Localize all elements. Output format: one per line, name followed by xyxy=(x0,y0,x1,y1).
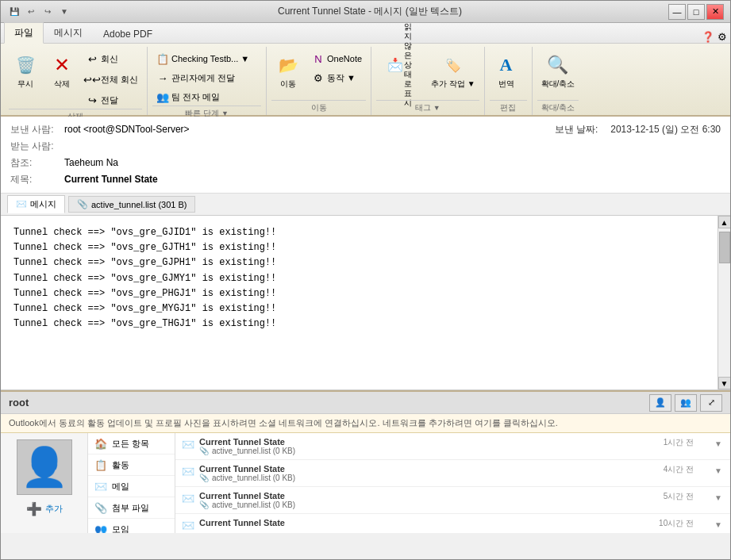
contact-list-btn[interactable]: 👥 xyxy=(675,394,697,412)
actions-icon: ⚙ xyxy=(312,71,325,84)
contact-card-btn[interactable]: 👤 xyxy=(649,394,671,412)
title-bar-left: 💾 ↩ ↪ ▼ xyxy=(7,5,71,19)
undo-qa-btn[interactable]: ↩ xyxy=(24,5,38,19)
reply-all-button[interactable]: ↩↩ 전체 회신 xyxy=(82,71,142,88)
add-task-button[interactable]: 🏷️ 추가 작업 ▼ xyxy=(427,50,479,91)
redo-qa-btn[interactable]: ↪ xyxy=(40,5,55,19)
subject-value: Current Tunnel State xyxy=(64,174,721,185)
vertical-scrollbar[interactable]: ▲ ▼ xyxy=(718,216,730,389)
translate-icon: A xyxy=(494,52,519,78)
nav-meetings-label: 모임 xyxy=(112,524,129,534)
save-qa-btn[interactable]: 💾 xyxy=(7,5,21,19)
attachment-icon: 📎 xyxy=(77,199,88,209)
settings-icon[interactable]: ⚙ xyxy=(718,31,727,43)
translate-button[interactable]: A 번역 xyxy=(490,50,523,91)
tab-file[interactable]: 파일 xyxy=(4,22,44,44)
people-header: root 👤 👥 ⤢ xyxy=(1,392,730,414)
nav-all-items[interactable]: 🏠 모든 항목 xyxy=(88,433,175,455)
people-content: 👤 ➕ 추가 🏠 모든 항목 📋 활동 ✉️ xyxy=(1,433,730,533)
team-email-button[interactable]: 👥 팀 전자 메일 xyxy=(152,88,224,105)
avatar-placeholder-icon: 👤 xyxy=(21,448,68,486)
home-icon: 🏠 xyxy=(94,437,107,450)
message-line: Tunnel check ==> "ovs_gre_GJID1" is exis… xyxy=(13,225,711,240)
mail-icon: ✉️ xyxy=(94,480,107,493)
custom-qa-btn[interactable]: ▼ xyxy=(57,5,71,19)
email-activity-icon: ✉️ xyxy=(182,439,194,451)
message-line: Tunnel check ==> "ovs_gre_GJTH1" is exis… xyxy=(13,240,711,255)
activity-title: Current Tunnel State xyxy=(199,518,654,527)
move-button[interactable]: 📂 이동 xyxy=(271,50,305,91)
expand-icon[interactable]: ▼ xyxy=(714,493,724,502)
nav-attachments[interactable]: 📎 첨부 파일 xyxy=(88,497,175,519)
message-body: Tunnel check ==> "ovs_gre_GJID1" is exis… xyxy=(1,216,730,341)
ignore-button[interactable]: 🗑️ 무시 xyxy=(9,50,42,91)
nav-meetings[interactable]: 👥 모임 xyxy=(88,519,175,533)
expand-icon[interactable]: ▼ xyxy=(714,466,724,475)
message-line: Tunnel check ==> "ovs_gre_GJMY1" is exis… xyxy=(13,271,711,286)
unread-button[interactable]: 📩읽지 않은상태로 표시 xyxy=(376,50,424,80)
to-label: 받는 사람: xyxy=(10,140,58,153)
from-row: 보낸 사람: root <root@SDNTool-Server> 보낸 날짜:… xyxy=(10,121,721,138)
people-header-buttons: 👤 👥 ⤢ xyxy=(649,394,722,412)
attachment-tab[interactable]: 📎 active_tunnel.list (301 B) xyxy=(68,196,195,213)
tab-adobepdf[interactable]: Adobe PDF xyxy=(93,25,163,43)
manager-forward-button[interactable]: → 관리자에게 전달 xyxy=(152,69,239,86)
nav-mail-label: 메일 xyxy=(112,481,129,493)
activity-time: 10시간 전 xyxy=(659,518,710,529)
delete-button[interactable]: ✕ 삭제 xyxy=(45,50,79,91)
maximize-button[interactable]: □ xyxy=(687,4,705,20)
expand-btn[interactable]: ⤢ xyxy=(700,394,722,412)
avatar-section: 👤 ➕ 추가 xyxy=(1,433,88,533)
help-icon[interactable]: ❓ xyxy=(702,31,714,43)
message-line: Tunnel check ==> "ovs_gre_THGJ1" is exis… xyxy=(13,316,711,332)
ignore-icon: 🗑️ xyxy=(13,52,38,78)
expand-icon[interactable]: ▼ xyxy=(714,439,724,448)
scroll-down-button[interactable]: ▼ xyxy=(718,377,731,389)
nav-activity[interactable]: 📋 활동 xyxy=(88,455,175,476)
scroll-up-button[interactable]: ▲ xyxy=(718,216,731,228)
add-task-icon: 🏷️ xyxy=(441,52,466,78)
list-item[interactable]: ✉️ Current Tunnel State 📎active_tunnel.l… xyxy=(175,433,730,460)
tab-message[interactable]: 메시지 xyxy=(44,22,93,43)
message-tab[interactable]: ✉️ 메시지 xyxy=(7,195,65,213)
list-item[interactable]: ✉️ Current Tunnel State 📎active_tunnel.l… xyxy=(175,487,730,514)
social-connect-bar[interactable]: Outlook에서 동료의 활동 업데이트 및 프로필 사진을 표시하려면 소셜… xyxy=(1,414,730,433)
message-tab-icon: ✉️ xyxy=(16,199,27,209)
add-contact-button[interactable]: ➕ 추가 xyxy=(26,501,63,516)
actions-button[interactable]: ⚙ 동작 ▼ xyxy=(308,69,366,86)
subject-label: 제목: xyxy=(10,173,58,186)
reply-all-icon: ↩↩ xyxy=(86,73,98,86)
scroll-thumb[interactable] xyxy=(719,232,730,263)
email-activity-icon: ✉️ xyxy=(182,466,194,478)
onenote-icon: N xyxy=(312,52,325,65)
email-activity-icon: ✉️ xyxy=(182,520,194,532)
window-controls: — □ ✕ xyxy=(668,4,724,20)
cc-value: Taeheum Na xyxy=(64,157,721,168)
onenote-button[interactable]: N OneNote xyxy=(308,50,366,67)
nav-menu: 🏠 모든 항목 📋 활동 ✉️ 메일 📎 첨부 파일 👥 모임 xyxy=(88,433,175,533)
message-header: 보낸 사람: root <root@SDNTool-Server> 보낸 날짜:… xyxy=(1,117,730,194)
move-icon: 📂 xyxy=(275,52,301,78)
contact-name: root xyxy=(9,397,29,408)
nav-attachments-label: 첨부 파일 xyxy=(112,502,149,514)
message-line: Tunnel check ==> "ovs_gre_PHGJ1" is exis… xyxy=(13,286,711,301)
list-item[interactable]: ✉️ Current Tunnel State 📎active_tunnel.l… xyxy=(175,460,730,487)
list-item[interactable]: ✉️ Current Tunnel State 10시간 전 ▼ xyxy=(175,514,730,533)
ribbon-group-quicksteps: 📋 Checking Testb... ▼ → 관리자에게 전달 👥 팀 전자 … xyxy=(148,47,267,115)
checking-testb-button[interactable]: 📋 Checking Testb... ▼ xyxy=(152,50,253,67)
nav-activity-label: 활동 xyxy=(112,459,129,471)
zoom-button[interactable]: 🔍 확대/축소 xyxy=(537,50,579,91)
nav-mail[interactable]: ✉️ 메일 xyxy=(88,476,175,497)
activity-title: Current Tunnel State xyxy=(199,464,659,474)
expand-icon[interactable]: ▼ xyxy=(714,520,724,529)
reply-button[interactable]: ↩ 회신 xyxy=(82,50,142,67)
forward-button[interactable]: ↪ 전달 xyxy=(82,91,142,109)
attachment-tabs: ✉️ 메시지 📎 active_tunnel.list (301 B) xyxy=(1,194,730,216)
ribbon-group-edit: A 번역 편집 xyxy=(485,47,533,115)
minimize-button[interactable]: — xyxy=(668,4,686,20)
ribbon-group-move: 📂 이동 N OneNote ⚙ 동작 ▼ 이동 xyxy=(267,47,371,115)
message-tab-label: 메시지 xyxy=(30,198,56,210)
social-connect-text: Outlook에서 동료의 활동 업데이트 및 프로필 사진을 표시하려면 소셜… xyxy=(9,418,558,428)
close-button[interactable]: ✕ xyxy=(706,4,724,20)
outlook-window: 💾 ↩ ↪ ▼ Current Tunnel State - 메시지 (일반 텍… xyxy=(0,0,731,560)
